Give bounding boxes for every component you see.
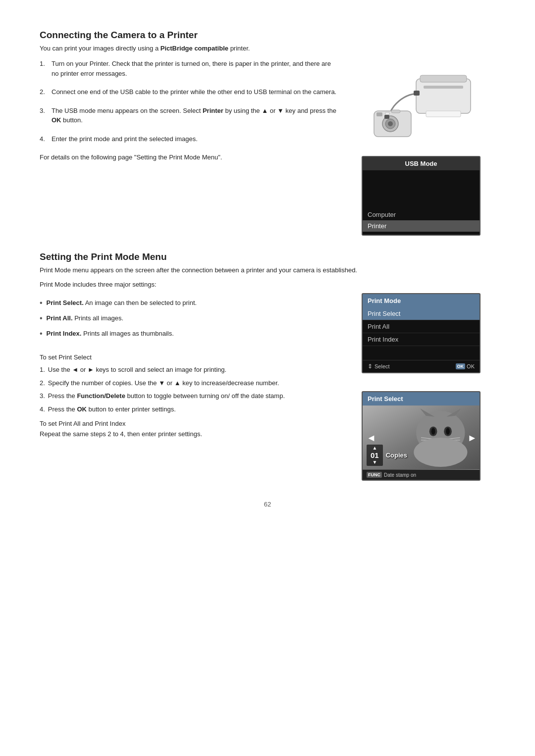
svg-rect-12 [384, 115, 389, 119]
print-mode-screen: Print Mode Print Select Print All Print … [362, 293, 481, 373]
print-select-footer: FUNC Date stamp on [363, 470, 480, 480]
svg-point-20 [446, 428, 450, 435]
ps-step-3: 3. Press the Function/Delete button to t… [40, 391, 337, 401]
print-mode-bullets: • Print Select. An image can then be sel… [40, 298, 337, 339]
print-mode-item-all: Print All [363, 320, 480, 333]
section1-left: 1. Turn on your Printer. Check that the … [40, 59, 347, 169]
svg-point-8 [388, 121, 393, 126]
print-mode-body: Print Select Print All Print Index [363, 307, 480, 360]
print-all-text: Repeat the same steps 2 to 4, then enter… [40, 429, 337, 439]
steps-list: 1. Turn on your Printer. Check that the … [40, 59, 337, 144]
copies-number: 01 [371, 451, 379, 459]
copies-up-arrow: ▲ [372, 446, 377, 451]
print-all-heading: To set Print All and Print Index [40, 420, 337, 427]
svg-text:◄: ◄ [367, 432, 376, 443]
ok-badge: OK [456, 363, 466, 369]
print-mode-title: Print Mode [363, 294, 480, 307]
copies-down-arrow: ▼ [372, 460, 377, 465]
section2-left: • Print Select. An image can then be sel… [40, 293, 347, 439]
svg-point-19 [431, 428, 435, 435]
section-print-mode: Setting the Print Mode Menu Print Mode m… [40, 252, 495, 481]
func-badge: FUNC [367, 472, 382, 478]
print-select-title: Print Select [363, 392, 480, 405]
copies-num-box: ▲ 01 ▼ [367, 445, 383, 466]
svg-rect-1 [420, 75, 467, 82]
svg-rect-0 [416, 79, 471, 113]
step-1: 1. Turn on your Printer. Check that the … [40, 59, 337, 78]
printer-illustration [362, 59, 481, 143]
copies-box: ▲ 01 ▼ Copies [367, 445, 407, 466]
select-arrows-icon: ⇕ [368, 363, 373, 370]
svg-rect-3 [426, 111, 461, 117]
svg-rect-2 [424, 86, 463, 89]
ps-step-4: 4. Press the OK button to enter printer … [40, 404, 337, 414]
to-set-print-all: To set Print All and Print Index Repeat … [40, 420, 337, 439]
print-select-heading: To set Print Select [40, 353, 337, 361]
svg-text:►: ► [467, 432, 477, 443]
svg-rect-10 [376, 112, 382, 116]
svg-rect-9 [391, 110, 400, 113]
usb-menu-printer: Printer [363, 220, 480, 232]
svg-rect-4 [414, 91, 420, 96]
usb-screen-title: USB Mode [363, 157, 480, 170]
usb-mode-screen: USB Mode Computer Printer [362, 156, 481, 236]
section2-content: • Print Select. An image can then be sel… [40, 293, 495, 481]
bullet-print-all: • Print All. Prints all images. [40, 313, 337, 324]
print-mode-item-select: Print Select [363, 307, 480, 320]
step-4: 4. Enter the print mode and print the se… [40, 134, 337, 144]
print-mode-item-index: Print Index [363, 333, 480, 346]
section-connecting: Connecting the Camera to a Printer You c… [40, 30, 495, 236]
section1-note: For details on the following page "Setti… [40, 152, 337, 162]
to-set-print-select: To set Print Select 1. Use the ◄ or ► ke… [40, 353, 337, 414]
section2-intro: Print Mode menu appears on the screen af… [40, 266, 495, 274]
step-2: 2. Connect one end of the USB cable to t… [40, 87, 337, 97]
ps-step-1: 1. Use the ◄ or ► keys to scroll and sel… [40, 365, 337, 375]
ps-step-2: 2. Specify the number of copies. Use the… [40, 378, 337, 388]
bullet-print-select: • Print Select. An image can then be sel… [40, 298, 337, 308]
section1-right: USB Mode Computer Printer [347, 59, 495, 236]
page-number: 62 [264, 501, 271, 508]
select-label: Select [374, 363, 390, 369]
section2-right: Print Mode Print Select Print All Print … [347, 293, 495, 481]
print-select-steps: 1. Use the ◄ or ► keys to scroll and sel… [40, 365, 337, 414]
printer-camera-svg [362, 59, 481, 143]
copies-label: Copies [386, 452, 407, 459]
print-select-body: ◄ ► ▲ 01 ▼ Copies [363, 405, 480, 470]
svg-rect-11 [385, 112, 389, 115]
print-select-screen: Print Select [362, 391, 481, 481]
page-footer: 62 [40, 501, 495, 508]
usb-screen-body: Computer Printer [363, 170, 480, 235]
svg-point-26 [414, 438, 467, 467]
bullet-print-index: • Print Index. Prints all images as thum… [40, 329, 337, 339]
print-mode-footer: ⇕ Select OK OK [363, 360, 480, 372]
usb-menu-computer: Computer [363, 209, 480, 220]
section1-content: 1. Turn on your Printer. Check that the … [40, 59, 495, 236]
section2-subintro: Print Mode includes three major settings… [40, 281, 495, 288]
section1-intro: You can print your images directly using… [40, 45, 495, 52]
section2-title: Setting the Print Mode Menu [40, 252, 495, 262]
ok-label: OK [467, 363, 475, 369]
date-stamp-label: Date stamp on [384, 472, 416, 478]
step-3: 3. The USB mode menu appears on the scre… [40, 106, 337, 125]
section1-title: Connecting the Camera to a Printer [40, 30, 495, 41]
